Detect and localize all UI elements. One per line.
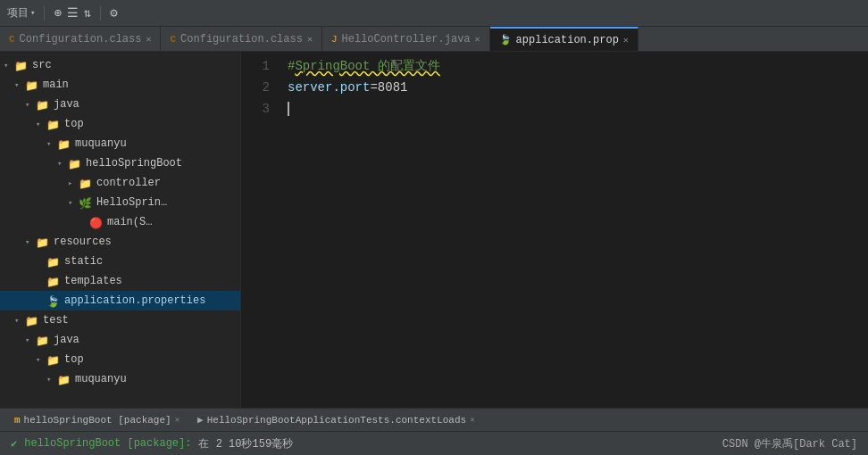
code-comment-springboot: SpringBoot 的配置文件 xyxy=(295,55,439,77)
tab-icon-c1: C xyxy=(9,34,15,45)
folder-icon-test: 📁 xyxy=(25,315,39,326)
bottom-tab-icon-m: m xyxy=(14,415,21,426)
sort-icon[interactable]: ⇅ xyxy=(84,5,91,21)
tree-item-application-properties[interactable]: 🍃 application.properties xyxy=(0,291,240,310)
code-comment-1: # xyxy=(288,55,295,77)
code-area[interactable]: # SpringBoot 的配置文件 server.port = 8081 xyxy=(277,55,868,408)
tree-item-main[interactable]: 📁 main xyxy=(0,75,240,95)
tree-item-main-method[interactable]: 🔴 main(S… xyxy=(0,212,240,232)
toolbar-separator2 xyxy=(100,6,101,21)
tree-item-helloSpringBoot[interactable]: 📁 helloSpringBoot xyxy=(0,153,240,173)
add-icon[interactable]: ⊕ xyxy=(54,5,61,21)
tree-arrow-test xyxy=(14,316,25,326)
tab-application-prop[interactable]: 🍃 application.prop ✕ xyxy=(490,27,638,51)
line-number-2: 2 xyxy=(248,77,270,98)
tree-item-test-muquanyu[interactable]: 📁 muquanyu xyxy=(0,369,240,389)
tree-arrow-src xyxy=(4,61,14,70)
tree-item-java[interactable]: 📁 java xyxy=(0,95,240,114)
tree-arrow-test-top xyxy=(36,355,46,365)
bottom-tab-icon-test: ▶ xyxy=(197,414,204,426)
bottom-tab-close-1[interactable]: ✕ xyxy=(175,415,179,425)
status-watermark: CSDN @牛泉禹[Dark Cat] xyxy=(722,436,857,451)
tree-label-main: main xyxy=(43,79,69,91)
tab-close-3[interactable]: ✕ xyxy=(475,34,480,45)
tab-label-2: Configuration.class xyxy=(180,33,303,46)
tree-label-templates: templates xyxy=(64,275,122,287)
tab-bar: C Configuration.class ✕ C Configuration.… xyxy=(0,27,868,52)
tab-icon-prop: 🍃 xyxy=(499,34,512,46)
tab-close-1[interactable]: ✕ xyxy=(146,34,151,45)
folder-icon-resources: 📁 xyxy=(36,236,50,247)
editor: 1 2 3 # SpringBoot 的配置文件 server.port = 8… xyxy=(241,52,868,408)
tree-item-muquanyu[interactable]: 📁 muquanyu xyxy=(0,134,240,153)
method-icon: 🔴 xyxy=(89,217,104,228)
tree-arrow-top xyxy=(36,120,46,129)
folder-icon-main: 📁 xyxy=(25,79,39,90)
folder-icon-templates: 📁 xyxy=(46,276,61,286)
tree-item-test[interactable]: 📁 test xyxy=(0,310,240,330)
tab-configuration-1[interactable]: C Configuration.class ✕ xyxy=(0,27,161,51)
status-package-label: helloSpringBoot [package]: xyxy=(24,437,191,450)
toolbar-project-label[interactable]: 项目 ▾ xyxy=(7,5,35,21)
spring-class-icon: 🌿 xyxy=(79,197,93,208)
status-bar: ✔ helloSpringBoot [package]: 在 2 10秒159毫… xyxy=(0,432,868,455)
tree-item-static[interactable]: 📁 static xyxy=(0,252,240,271)
editor-content[interactable]: 1 2 3 # SpringBoot 的配置文件 server.port = 8… xyxy=(241,52,868,408)
folder-icon-test-muquanyu: 📁 xyxy=(57,374,71,385)
tab-close-2[interactable]: ✕ xyxy=(307,34,313,45)
status-detail: 在 2 10秒159毫秒 xyxy=(198,436,293,451)
tree-item-templates[interactable]: 📁 templates xyxy=(0,271,240,291)
tree-item-resources[interactable]: 📁 resources xyxy=(0,232,240,252)
tree-label-static: static xyxy=(64,255,103,268)
list-icon[interactable]: ☰ xyxy=(67,5,79,21)
toolbar-separator xyxy=(44,6,45,21)
tree-label-main-method: main(S… xyxy=(107,216,152,228)
tree-item-controller[interactable]: 📁 controller xyxy=(0,173,240,193)
tree-label-helloSpringBoot: helloSpringBoot xyxy=(86,157,182,170)
code-line-1: # SpringBoot 的配置文件 xyxy=(288,55,868,77)
tree-arrow-helloSpringBoot xyxy=(57,159,68,169)
folder-icon-helloSpringBoot: 📁 xyxy=(68,158,82,169)
spring-props-icon: 🍃 xyxy=(46,295,61,306)
folder-icon-muquanyu: 📁 xyxy=(57,138,71,149)
code-equals: = xyxy=(370,77,377,98)
line-numbers: 1 2 3 xyxy=(241,55,277,408)
tree-item-src[interactable]: 📁 src xyxy=(0,55,240,75)
bottom-tabs: m helloSpringBoot [package] ✕ ▶ HelloSpr… xyxy=(0,409,868,432)
tree-label-test: test xyxy=(43,314,69,327)
toolbar: 项目 ▾ ⊕ ☰ ⇅ ⚙ xyxy=(0,0,868,27)
tab-label-3: HelloController.java xyxy=(342,33,471,46)
code-server-port-key: server.port xyxy=(288,77,370,98)
tab-hello-controller[interactable]: J HelloController.java ✕ xyxy=(322,27,490,51)
folder-icon-static: 📁 xyxy=(46,256,61,267)
bottom-bar: m helloSpringBoot [package] ✕ ▶ HelloSpr… xyxy=(0,408,868,455)
text-cursor xyxy=(288,102,289,116)
tree-item-top[interactable]: 📁 top xyxy=(0,114,240,134)
tab-icon-java: J xyxy=(331,34,338,45)
tree-arrow-test-muquanyu xyxy=(46,375,57,385)
bottom-tab-helloSpringBoot[interactable]: m helloSpringBoot [package] ✕ xyxy=(7,413,187,427)
tree-item-test-java[interactable]: 📁 java xyxy=(0,330,240,350)
line-number-3: 3 xyxy=(248,98,270,120)
settings-icon[interactable]: ⚙ xyxy=(110,5,117,21)
folder-icon-test-java: 📁 xyxy=(36,335,50,345)
tab-configuration-2[interactable]: C Configuration.class ✕ xyxy=(161,27,321,51)
chevron-down-icon: ▾ xyxy=(30,8,35,18)
bottom-tab-label-2: HelloSpringBootApplicationTests.contextL… xyxy=(207,415,466,426)
tab-close-4[interactable]: ✕ xyxy=(623,35,629,46)
tree-item-HelloSpring[interactable]: 🌿 HelloSprin… xyxy=(0,193,240,212)
tree-label-muquanyu: muquanyu xyxy=(75,137,127,150)
bottom-tab-close-2[interactable]: ✕ xyxy=(470,415,474,425)
tree-item-test-top[interactable]: 📁 top xyxy=(0,350,240,369)
tab-icon-c2: C xyxy=(170,34,176,45)
code-line-2: server.port = 8081 xyxy=(288,77,868,98)
bottom-tab-contextLoads[interactable]: ▶ HelloSpringBootApplicationTests.contex… xyxy=(190,412,482,427)
status-ok-icon: ✔ xyxy=(11,437,17,451)
tree-label-resources: resources xyxy=(54,236,112,248)
tab-label-4: application.prop xyxy=(516,34,619,46)
line-number-1: 1 xyxy=(248,55,270,77)
folder-icon-src: 📁 xyxy=(14,60,29,70)
folder-icon-java: 📁 xyxy=(36,99,50,110)
tree-label-test-top: top xyxy=(64,353,84,366)
project-tree: 📁 src 📁 main 📁 java 📁 xyxy=(0,52,240,408)
